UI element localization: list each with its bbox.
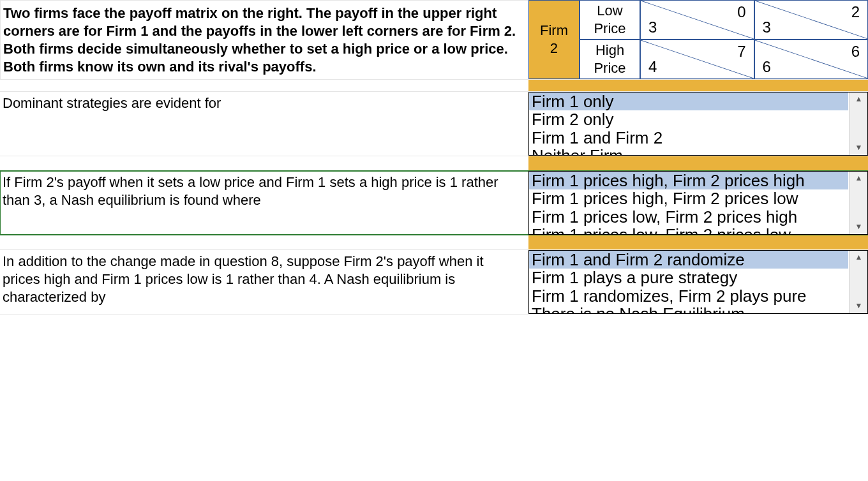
scroll-up-icon[interactable]: ▲	[855, 172, 863, 185]
row-label-low: LowPrice	[580, 0, 640, 40]
q2-option-2[interactable]: Firm 1 prices low, Firm 2 prices high	[529, 208, 848, 226]
cell-high-high: 6 6	[754, 40, 869, 79]
question-1-listbox[interactable]: Firm 1 only Firm 2 only Firm 1 and Firm …	[528, 92, 868, 156]
scroll-down-icon[interactable]: ▼	[855, 299, 863, 313]
question-3-listbox[interactable]: Firm 1 and Firm 2 randomize Firm 1 plays…	[528, 250, 868, 314]
question-2-listbox[interactable]: Firm 1 prices high, Firm 2 prices high F…	[528, 171, 868, 235]
payoff-matrix: Low Price High Price Firm 2 LowPrice Hig…	[528, 0, 868, 79]
cell-low-high: 2 3	[754, 0, 869, 40]
q1-scrollbar[interactable]: ▲ ▼	[849, 93, 867, 155]
scroll-down-icon[interactable]: ▼	[855, 220, 863, 233]
scroll-up-icon[interactable]: ▲	[855, 251, 863, 264]
q2-option-0[interactable]: Firm 1 prices high, Firm 2 prices high	[529, 172, 848, 190]
q3-option-3[interactable]: There is no Nash Equilibrium	[529, 305, 848, 313]
q1-option-2[interactable]: Firm 1 and Firm 2	[529, 129, 848, 147]
q3-option-1[interactable]: Firm 1 plays a pure strategy	[529, 269, 848, 287]
q3-scrollbar[interactable]: ▲ ▼	[849, 251, 867, 313]
intro-text: Two firms face the payoff matrix on the …	[0, 0, 528, 79]
q3-option-0[interactable]: Firm 1 and Firm 2 randomize	[529, 251, 848, 269]
cell-low-low: 0 3	[640, 0, 754, 40]
svg-line-1	[755, 1, 868, 39]
q2-option-1[interactable]: Firm 1 prices high, Firm 2 prices low	[529, 189, 848, 208]
cell-high-low: 7 4	[640, 40, 754, 79]
q1-option-1[interactable]: Firm 2 only	[529, 110, 848, 129]
svg-line-0	[641, 1, 754, 39]
question-1-prompt: Dominant strategies are evident for	[0, 92, 528, 156]
q2-option-3[interactable]: Firm 1 prices low, Firm 2 prices low	[529, 226, 848, 234]
question-3-prompt: In addition to the change made in questi…	[0, 250, 528, 314]
svg-line-2	[641, 40, 754, 78]
row-label-high: HighPrice	[580, 40, 640, 79]
q3-option-2[interactable]: Firm 1 randomizes, Firm 2 plays pure	[529, 287, 848, 306]
q1-option-3[interactable]: Neither Firm	[529, 147, 848, 155]
question-2-prompt: If Firm 2's payoff when it sets a low pr…	[0, 171, 528, 235]
scroll-up-icon[interactable]: ▲	[855, 93, 863, 106]
svg-line-3	[755, 40, 868, 78]
q1-option-0[interactable]: Firm 1 only	[529, 93, 848, 111]
scroll-down-icon[interactable]: ▼	[855, 141, 863, 154]
q2-scrollbar[interactable]: ▲ ▼	[849, 172, 867, 234]
row-player-label: Firm 2	[528, 0, 580, 79]
